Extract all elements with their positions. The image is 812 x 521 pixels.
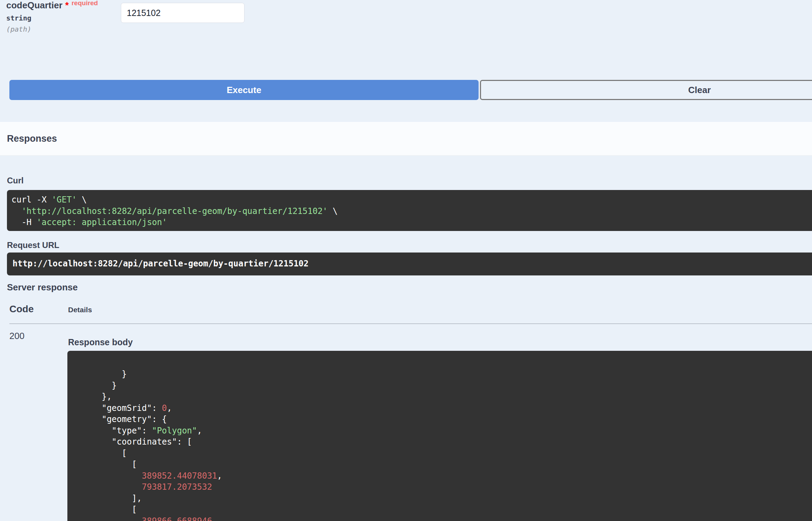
code-line: "coordinates": [: [72, 436, 812, 448]
code-line: }: [72, 369, 812, 380]
code-line: ],: [72, 493, 812, 504]
code-line: "type": "Polygon",: [72, 425, 812, 437]
code-line: "geomSrid": 0,: [72, 403, 812, 414]
code-line: 793817.2073532: [72, 481, 812, 493]
code-line: -H 'accept: application/json': [11, 217, 812, 228]
execute-button[interactable]: Execute: [9, 80, 479, 100]
clear-button[interactable]: Clear: [480, 80, 812, 100]
required-label: required: [72, 0, 98, 7]
parameter-location: (path): [6, 25, 31, 33]
parameter-name: codeQuartier: [6, 0, 63, 10]
response-body-block[interactable]: } } }, "geomSrid": 0, "geometry": { "typ…: [67, 351, 812, 521]
codequartier-input[interactable]: [121, 3, 245, 23]
code-line: 389852.44078031,: [72, 470, 812, 482]
responses-section-header: Responses: [0, 122, 812, 156]
required-asterisk: *: [65, 0, 69, 10]
code-line: [: [72, 448, 812, 459]
code-line: 389866.6688946,: [72, 515, 812, 521]
response-body-label: Response body: [68, 337, 133, 347]
table-divider: [9, 323, 812, 324]
code-line: curl -X 'GET' \: [11, 194, 812, 206]
request-url-label: Request URL: [7, 240, 59, 250]
code-line: [: [72, 504, 812, 515]
code-line: [: [72, 459, 812, 470]
status-code: 200: [9, 331, 24, 341]
parameter-type: string: [6, 14, 31, 22]
request-url-block: http://localhost:8282/api/parcelle-geom/…: [7, 253, 812, 275]
parameter-meta: codeQuartier*required: [6, 0, 98, 11]
code-line: 'http://localhost:8282/api/parcelle-geom…: [11, 206, 812, 217]
response-body-json: } } }, "geomSrid": 0, "geometry": { "typ…: [72, 369, 812, 521]
server-response-label: Server response: [7, 282, 78, 293]
code-line: }: [72, 380, 812, 391]
curl-label: Curl: [7, 176, 24, 185]
responses-title: Responses: [7, 133, 57, 144]
details-column-header: Details: [68, 306, 92, 314]
code-line: },: [72, 391, 812, 403]
curl-command-block[interactable]: curl -X 'GET' \ 'http://localhost:8282/a…: [7, 190, 812, 231]
code-column-header: Code: [9, 304, 34, 315]
request-url-value: http://localhost:8282/api/parcelle-geom/…: [13, 259, 309, 268]
code-line: "geometry": {: [72, 414, 812, 425]
